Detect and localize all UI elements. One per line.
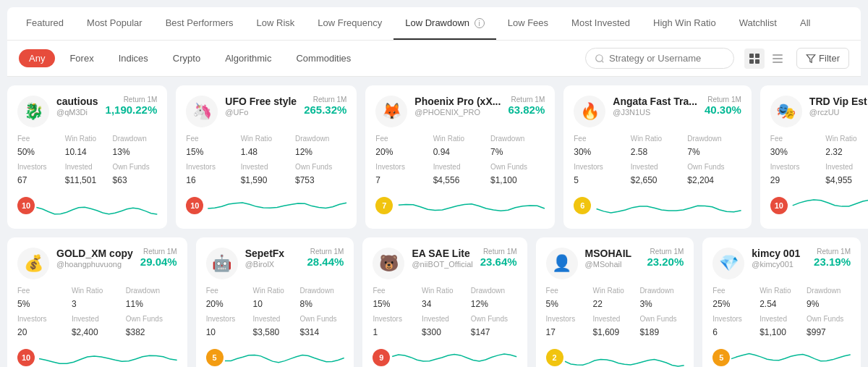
investors-label: Investors (770, 163, 822, 171)
search-input[interactable] (609, 53, 725, 64)
investors-label: Investors (712, 315, 757, 323)
investors-value: 20 (17, 327, 69, 337)
card-bottom-stats: Investors Invested Own Funds 7 $4,556 $1… (375, 163, 545, 185)
card-name[interactable]: Phoenix Pro (xX... (414, 96, 501, 107)
card-name[interactable]: SepetFx (245, 248, 300, 259)
win-ratio-value: 10 (253, 299, 297, 309)
win-ratio-label: Win Ratio (241, 135, 292, 143)
filter-crypto[interactable]: Crypto (163, 49, 210, 67)
tab-low-fees[interactable]: Low Fees (496, 7, 560, 40)
card-stats: Fee Win Ratio Drawdown 5% 3 11% (17, 287, 177, 309)
strategy-card: 🤖 SepetFx @BirolX Return 1M 28.44% Fee W… (196, 237, 354, 367)
fee-label: Fee (712, 287, 757, 295)
tab-featured[interactable]: Featured (14, 7, 75, 40)
tab-low-risk[interactable]: Low Risk (245, 7, 307, 40)
tab-watchlist[interactable]: Watchlist (728, 7, 788, 40)
card-title-area: Phoenix Pro (xX... @PHOENIX_PRO (414, 96, 501, 117)
grid-view-icon[interactable] (744, 48, 765, 69)
sparkline-container: 5 (712, 345, 851, 367)
invested-label: Invested (825, 163, 868, 171)
card-bottom-stats: Investors Invested Own Funds 1 $300 $147 (373, 315, 516, 337)
investors-value: 29 (770, 175, 822, 185)
card-title-area: Angata Fast Tra... @J3N1US (613, 96, 697, 117)
tab-low-frequency[interactable]: Low Frequency (306, 7, 393, 40)
avatar: 🎭 (770, 96, 802, 127)
invested-value: $1,609 (592, 327, 637, 337)
return-label: Return 1M (304, 96, 346, 104)
filter-commodities[interactable]: Commodities (286, 49, 361, 67)
card-name[interactable]: cautious (56, 96, 98, 107)
card-name[interactable]: TRD Vip Est 2🔒 (809, 96, 868, 107)
drawdown-label: Drawdown (126, 287, 177, 295)
investors-value: 17 (546, 327, 590, 337)
filter-algorithmic[interactable]: Algorithmic (215, 49, 281, 67)
card-username: @hoangphuvuong (56, 260, 133, 269)
tab-best-performers[interactable]: Best Performers (154, 7, 245, 40)
filter-indices[interactable]: Indices (109, 49, 158, 67)
own-funds-value: $147 (471, 327, 517, 337)
card-title-area: kimcy 001 @kimcy001 (752, 248, 807, 269)
cards-row-2: 💰 GOLD_XM copy @hoangphuvuong Return 1M … (7, 237, 861, 367)
card-name[interactable]: EA SAE Lite (412, 248, 472, 259)
card-username: @kimcy001 (752, 260, 807, 269)
tab-most-invested[interactable]: Most Invested (560, 7, 642, 40)
card-username: @J3N1US (613, 108, 697, 117)
drawdown-label: Drawdown (471, 287, 517, 295)
sparkline-container: 9 (373, 345, 516, 367)
filter-forex[interactable]: Forex (59, 49, 103, 67)
card-header: 🐉 cautious @qM3Di Return 1M 1,190.22% (17, 96, 157, 127)
cards-row-1: 🐉 cautious @qM3Di Return 1M 1,190.22% Fe… (7, 85, 861, 229)
card-stats: Fee Win Ratio Drawdown 30% 2.32 8% (770, 135, 868, 157)
search-icon (595, 54, 605, 64)
sparkline-container: 10 (17, 345, 177, 367)
filter-any[interactable]: Any (19, 49, 55, 67)
card-name[interactable]: UFO Free style (225, 96, 297, 107)
win-ratio-label: Win Ratio (631, 135, 685, 143)
return-label: Return 1M (814, 248, 851, 256)
fee-value: 30% (574, 147, 628, 157)
avatar: 💎 (712, 248, 744, 279)
return-value: 28.44% (307, 256, 344, 268)
own-funds-label: Own Funds (295, 163, 346, 171)
own-funds-value: $2,204 (687, 175, 741, 185)
card-name[interactable]: Angata Fast Tra... (613, 96, 697, 107)
tab-most-popular[interactable]: Most Popular (75, 7, 154, 40)
return-label: Return 1M (508, 96, 545, 104)
card-name[interactable]: MSOHAIL (585, 248, 640, 259)
strategy-card: 🔥 Angata Fast Tra... @J3N1US Return 1M 4… (563, 85, 752, 229)
invested-value: $2,400 (72, 327, 123, 337)
drawdown-value: 7% (687, 147, 741, 157)
tab-all[interactable]: All (788, 7, 822, 40)
win-ratio-label: Win Ratio (422, 287, 468, 295)
list-view-icon[interactable] (767, 48, 788, 69)
investors-value: 67 (17, 175, 62, 185)
card-stats: Fee Win Ratio Drawdown 50% 10.14 13% (17, 135, 157, 157)
avatar: 🦄 (186, 96, 218, 127)
card-title-area: MSOHAIL @MSohail (585, 248, 640, 269)
card-name[interactable]: GOLD_XM copy (56, 248, 133, 259)
own-funds-label: Own Funds (639, 315, 684, 323)
drawdown-label: Drawdown (807, 287, 851, 295)
fee-value: 5% (546, 299, 590, 309)
strategy-card: 👤 MSOHAIL @MSohail Return 1M 23.20% Fee … (536, 237, 694, 367)
card-name[interactable]: kimcy 001 (752, 248, 807, 259)
filter-button[interactable]: Filter (796, 48, 849, 69)
drawdown-label: Drawdown (639, 287, 684, 295)
card-username: @PHOENIX_PRO (414, 108, 501, 117)
sparkline-chart (375, 193, 545, 219)
invested-value: $300 (422, 327, 468, 337)
win-ratio-value: 2.58 (631, 147, 685, 157)
return-value: 1,190.22% (106, 104, 158, 116)
tab-high-win-ratio[interactable]: High Win Ratio (642, 7, 728, 40)
fee-label: Fee (574, 135, 628, 143)
card-header: 🎭 TRD Vip Est 2🔒 @rczUU Return 1M 29.17% (770, 96, 868, 127)
return-label: Return 1M (140, 248, 177, 256)
card-header: 🦄 UFO Free style @UFo Return 1M 265.32% (186, 96, 346, 127)
sparkline-chart (206, 345, 344, 367)
tab-low-drawdown[interactable]: Low Drawdown i (393, 7, 496, 40)
card-header: 🐻 EA SAE Lite @niiBOT_Official Return 1M… (373, 248, 516, 279)
info-icon[interactable]: i (475, 18, 485, 28)
card-stats: Fee Win Ratio Drawdown 30% 2.58 7% (574, 135, 741, 157)
filter-row: Any Forex Indices Crypto Algorithmic Com… (7, 41, 861, 77)
card-return: Return 1M 265.32% (304, 96, 346, 116)
